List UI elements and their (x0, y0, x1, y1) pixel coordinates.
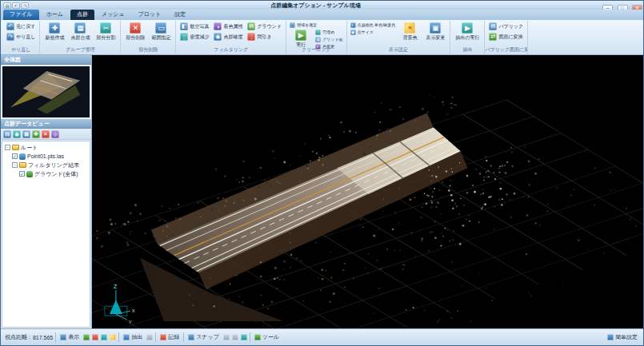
tab-plot[interactable]: プロット (132, 10, 168, 20)
density-icon: ░ (180, 33, 188, 41)
display-toggle-4-icon[interactable] (110, 334, 116, 340)
hole-fill-button[interactable]: ○ 穴埋め (314, 29, 343, 35)
status-label: 抽出 (131, 333, 142, 341)
status-snap-button[interactable]: スナップ (186, 333, 221, 341)
button-label: グラウンド (257, 23, 282, 30)
save-icon[interactable]: ▤ (3, 2, 11, 9)
convert-icon: ⇄ (489, 33, 497, 41)
point-color-mode-button[interactable]: ◐ 点描画色 単色/確度色 (350, 22, 397, 28)
thinning-button[interactable]: ⋮ 間引き (246, 32, 283, 42)
ribbon-group-extract: ▶ 抽出の実行 抽出 (450, 21, 485, 54)
visibility-checkbox[interactable]: ✓ (19, 171, 25, 177)
range-select-button[interactable]: ▭ 範囲指定 (149, 22, 173, 42)
button-label: 部分分割 (96, 34, 115, 42)
tab-pointcloud[interactable]: 点群 (70, 10, 94, 20)
application-window: ▤ ↶ ↷ 点群編集オプション - サンプル現場 ─ □ ✕ ファイル ホーム … (0, 0, 644, 346)
display-icon (60, 334, 66, 340)
tree-panel-header: 点群データビュー (1, 119, 91, 129)
button-label: 点サイズ (358, 30, 374, 34)
view-change-button[interactable]: ▣ 表示変更 (423, 22, 447, 42)
snap-icon (188, 334, 194, 340)
quick-settings-button[interactable]: 簡単設定 (606, 333, 639, 341)
view-distance-value: 817.565 (33, 335, 53, 340)
button-label: 穴埋め (322, 30, 334, 34)
extract-run-button[interactable]: ▶ 抽出の実行 (453, 22, 482, 42)
aerial-photo-button[interactable]: ◧ 航空写真 (178, 22, 210, 31)
delete-icon: ✕ (130, 22, 141, 34)
button-label: パブリック (498, 23, 523, 30)
ribbon-group-partial-delete: ✕ 部分削除 ▭ 範囲指定 部分削除 (121, 21, 176, 54)
accuracy-filter-button[interactable]: ◉ 点群確度 (212, 32, 244, 42)
group-label-partial-delete: 部分削除 (121, 46, 175, 54)
density-reduce-button[interactable]: ░ 密度減少 (178, 32, 210, 42)
eye-icon[interactable]: ◉ (13, 130, 21, 138)
list-icon[interactable]: ▤ (3, 130, 11, 138)
overview-panel-header: 全体図 (1, 55, 91, 65)
snap-toggle-1-icon[interactable] (223, 334, 230, 340)
merge-pointcloud-button[interactable]: ▦ 点群合成 (68, 22, 92, 42)
tree-node-ground[interactable]: ✓ グラウンド(全体) (2, 169, 90, 178)
add-icon[interactable]: ✚ (32, 130, 40, 138)
overview-thumbnail[interactable] (2, 66, 90, 117)
run-icon: ▶ (295, 30, 306, 41)
button-label: やり直し (16, 34, 35, 41)
color-attribute-button[interactable]: ◑ 着色属性 (212, 22, 244, 31)
undo-icon[interactable]: ↶ (12, 2, 20, 9)
display-toggle-2-icon[interactable] (92, 334, 98, 340)
background-color-button[interactable]: ☀ 背景色 (398, 22, 422, 42)
tree-node-pointcloud[interactable]: ✓ Point01.pts.las (2, 152, 90, 161)
axis-x-label: X (132, 308, 135, 313)
camera-icon[interactable]: ◎ (51, 130, 59, 138)
aerial-photo-icon: ◧ (180, 22, 188, 30)
display-toggle-1-icon[interactable] (83, 334, 90, 340)
point-size-button[interactable]: ◉ 点サイズ (350, 29, 397, 35)
tab-file[interactable]: ファイル (3, 10, 39, 20)
status-bar: 視点距離 : 817.565 表示 抽出 記録 スナップ (1, 328, 643, 345)
left-panel: 全体図 点群データビュー ▤ ◉ ▦ ✚ ✕ ◎ (1, 55, 92, 328)
status-tools-button[interactable]: ツール (253, 333, 281, 341)
status-extract-button[interactable]: 抽出 (122, 333, 144, 341)
grid-icon[interactable]: ▦ (22, 130, 30, 138)
ground-icon: ▤ (247, 22, 255, 30)
tree-label-root: ルート (21, 144, 38, 152)
extract-toggle-icon[interactable] (146, 334, 153, 340)
collapse-toggle[interactable]: − (5, 145, 10, 150)
button-label: 領域を選定 (297, 22, 317, 27)
extract-icon: ▶ (462, 22, 473, 34)
undo-icon: ↶ (6, 22, 14, 30)
axis-y-label: Y (129, 320, 132, 324)
public-button[interactable]: ▤ パブリック (487, 22, 525, 31)
point-size-icon: ◉ (350, 30, 356, 35)
snap-toggle-3-icon[interactable] (241, 334, 247, 340)
tab-mesh[interactable]: メッシュ (95, 10, 131, 20)
viewport-3d[interactable]: Z X Y (92, 55, 643, 328)
split-pointcloud-button[interactable]: ✂ 部分分割 (94, 22, 118, 42)
redo-icon[interactable]: ↷ (21, 2, 29, 9)
convert-drawing-button[interactable]: ⇄ 図面に変換 (487, 32, 525, 42)
tree-node-root[interactable]: − ルート (2, 143, 90, 152)
partial-delete-button[interactable]: ✕ 部分削除 (123, 22, 147, 42)
remove-icon[interactable]: ✕ (42, 130, 50, 138)
redo-button[interactable]: ↷ やり直し (5, 32, 37, 42)
view-change-icon: ▣ (430, 22, 441, 34)
view-distance-label: 視点距離 : (5, 333, 30, 341)
ground-filter-button[interactable]: ▤ グラウンド (246, 22, 283, 31)
folder-icon (19, 162, 26, 168)
tab-home[interactable]: ホーム (40, 10, 70, 20)
gridify-button[interactable]: ▦ グリッド化 (314, 36, 343, 42)
tab-settings[interactable]: 設定 (168, 10, 192, 20)
status-record-button[interactable]: 記録 (158, 333, 181, 341)
select-region-button[interactable]: ▢ 領域を選定 (289, 22, 343, 28)
display-toggle-3-icon[interactable] (101, 334, 107, 340)
group-label-undo: やり直し (2, 46, 39, 54)
undo-button[interactable]: ↶ 元に戻す (5, 22, 37, 31)
collapse-toggle[interactable]: − (12, 162, 18, 168)
pointcloud-canvas[interactable]: Z X Y (92, 55, 643, 328)
status-display-button[interactable]: 表示 (58, 333, 81, 341)
visibility-checkbox[interactable]: ✓ (12, 153, 18, 159)
group-label-display-settings: 表示設定 (347, 46, 450, 54)
new-group-button[interactable]: ✚ 新規作成 (42, 22, 66, 42)
tree-node-filter-results[interactable]: − フィルタリング結果 (2, 161, 90, 169)
snap-toggle-2-icon[interactable] (232, 334, 238, 340)
button-label: 範囲指定 (151, 34, 170, 42)
